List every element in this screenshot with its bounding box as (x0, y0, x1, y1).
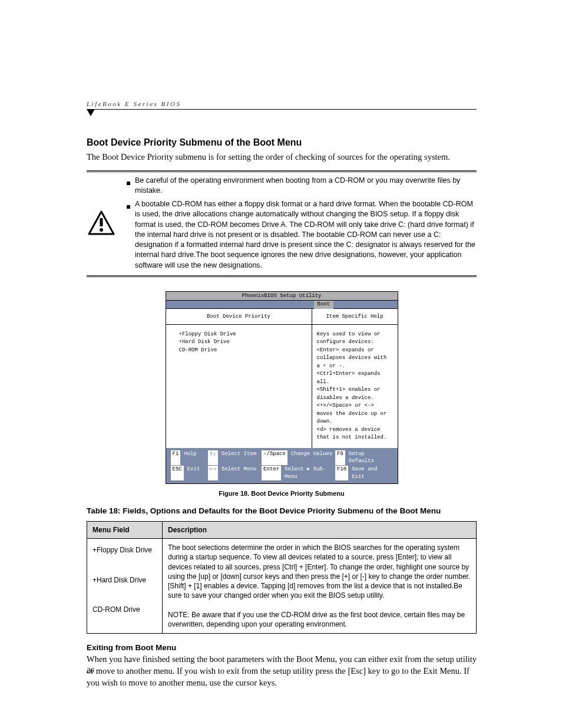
exit-body: When you have finished setting the boot … (87, 653, 477, 689)
help-line: down. (317, 418, 393, 426)
running-head: LifeBook E Series BIOS (87, 100, 477, 110)
key-label: F10 (335, 466, 348, 480)
table-title: Table 18: Fields, Options and Defaults f… (87, 506, 477, 515)
key-label: ESC (171, 466, 184, 480)
bullet-icon (127, 178, 130, 196)
th-description: Description (163, 522, 477, 539)
section-title: Boot Device Priority Submenu of the Boot… (87, 137, 477, 148)
bios-device-item: +Floppy Disk Drive (179, 331, 312, 339)
page-number: 26 (87, 666, 94, 675)
help-line: moves the device up or (317, 410, 393, 419)
key-label: ←→ (208, 466, 218, 480)
page: LifeBook E Series BIOS Boot Device Prior… (0, 0, 562, 728)
bios-left-heading: Boot Device Priority (166, 309, 312, 325)
td-menu-field: +Floppy Disk Drive +Hard Disk Drive CD-R… (87, 539, 163, 634)
key-label: Enter (262, 466, 281, 480)
caution-text-2: A bootable CD-ROM has either a floppy di… (135, 199, 477, 271)
caution-list: Be careful of the operating environment … (127, 176, 477, 271)
help-line: <Enter> expands or (317, 347, 393, 355)
key-desc: Setup Defaults (349, 450, 393, 465)
key-desc: Exit (187, 466, 200, 480)
svg-point-3 (100, 228, 103, 232)
head-marker-icon (87, 109, 477, 117)
key-desc: Select ▶ Sub-Menu (285, 466, 335, 480)
key-label: F9 (335, 450, 345, 465)
td-description: The boot selections determine the order … (163, 539, 477, 634)
warning-icon (87, 210, 116, 235)
help-line: disables a device. (317, 394, 393, 403)
key-desc: Change Values (291, 450, 332, 465)
key-desc: Select Menu (222, 466, 256, 480)
key-label: -/Space (262, 450, 287, 465)
help-line: <+>/<Space> or <-> (317, 402, 393, 410)
bios-tab-bar: Boot (166, 301, 398, 309)
help-line: <d> removes a device (317, 426, 393, 434)
svg-marker-0 (87, 109, 95, 116)
bios-tab-boot: Boot (314, 301, 334, 309)
help-line: configure devices: (317, 338, 393, 347)
bios-device-list: +Floppy Disk Drive +Hard Disk Drive CD-R… (166, 325, 312, 443)
help-line: that is not installed. (317, 434, 393, 442)
bullet-icon (127, 202, 130, 271)
key-label: ↑↓ (208, 450, 218, 465)
bios-screen: PhoenixBIOS Setup Utility Boot Boot Devi… (166, 291, 398, 484)
svg-rect-5 (127, 205, 130, 209)
bios-help-text: Keys used to view or configure devices: … (312, 325, 398, 448)
key-desc: Select Item (222, 450, 256, 465)
caution-box: Be careful of the operating environment … (87, 170, 477, 277)
help-line: <Ctrl+Enter> expands (317, 370, 393, 378)
key-desc: Save and Exit (352, 466, 392, 480)
bios-right-heading: Item Specific Help (312, 309, 398, 325)
svg-rect-2 (100, 218, 103, 226)
help-line: all. (317, 378, 393, 387)
figure-caption: Figure 18. Boot Device Priority Submenu (87, 490, 477, 497)
th-menu-field: Menu Field (87, 522, 163, 539)
help-line: Keys used to view or (317, 331, 393, 339)
bios-footer: F1Help ↑↓Select Item -/SpaceChange Value… (166, 448, 398, 483)
caution-text-1: Be careful of the operating environment … (135, 176, 477, 196)
bios-figure: PhoenixBIOS Setup Utility Boot Boot Devi… (166, 291, 398, 484)
fields-table: Menu Field Description +Floppy Disk Driv… (87, 521, 477, 634)
key-desc: Help (184, 450, 197, 465)
help-line: a + or -. (317, 363, 393, 371)
svg-rect-4 (127, 182, 130, 185)
bios-title: PhoenixBIOS Setup Utility (166, 292, 398, 301)
exit-heading: Exiting from Boot Menu (87, 643, 477, 652)
bios-device-item: CD-ROM Drive (179, 347, 312, 355)
help-line: collapses devices with (317, 354, 393, 363)
help-line: <Shift+1> enables or (317, 386, 393, 394)
bios-device-item: +Hard Disk Drive (179, 338, 312, 347)
intro-paragraph: The Boot Device Priority submenu is for … (87, 151, 477, 163)
key-label: F1 (171, 450, 181, 465)
